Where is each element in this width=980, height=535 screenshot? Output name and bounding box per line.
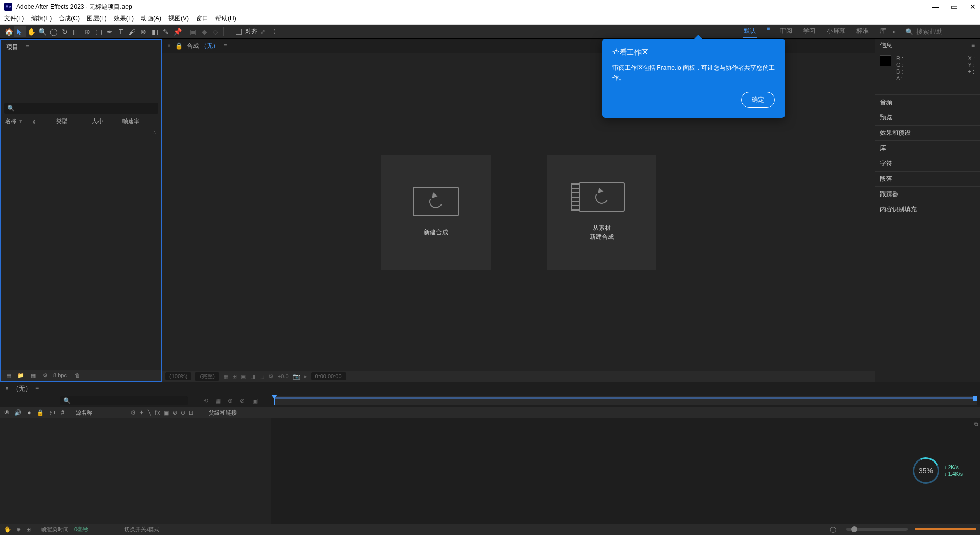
timeline-tab-close[interactable]: × xyxy=(5,385,9,392)
panel-tracker[interactable]: 跟踪器 xyxy=(875,187,980,202)
snap-icon[interactable]: ⤢ xyxy=(260,28,265,35)
panel-preview[interactable]: 预览 xyxy=(875,110,980,126)
zoom-out-icon[interactable]: — xyxy=(819,526,825,532)
zoom-dropdown[interactable]: (100%) xyxy=(165,372,191,380)
pen-tool[interactable]: ✒ xyxy=(104,26,115,37)
project-tab[interactable]: 项目 xyxy=(6,43,18,52)
menu-animation[interactable]: 动画(A) xyxy=(141,14,161,23)
timeline-layers[interactable] xyxy=(0,418,271,524)
timeline-nav-icon[interactable]: ⧉ xyxy=(974,421,978,427)
panel-paragraph[interactable]: 段落 xyxy=(875,172,980,187)
menu-help[interactable]: 帮助(H) xyxy=(215,14,236,23)
menu-window[interactable]: 窗口 xyxy=(196,14,208,23)
new-folder-icon[interactable]: 📁 xyxy=(16,371,26,379)
snap-checkbox[interactable] xyxy=(236,29,242,35)
workspace-library[interactable]: 库 xyxy=(879,25,887,38)
shape-tool[interactable]: ▢ xyxy=(93,26,104,37)
zoom-slider[interactable] xyxy=(846,528,908,531)
panel-content-aware[interactable]: 内容识别填充 xyxy=(875,202,980,217)
workspace-standard[interactable]: 标准 xyxy=(855,25,870,38)
lock-header-icon[interactable]: 🔒 xyxy=(37,409,44,416)
timecode-display[interactable]: 0:00:00:00 xyxy=(311,372,346,380)
clone-tool[interactable]: ⊛ xyxy=(138,26,149,37)
settings-icon[interactable]: ⚙ xyxy=(41,371,50,379)
work-area-end[interactable] xyxy=(973,396,977,401)
switch-mode-button[interactable]: 切换开关/模式 xyxy=(124,526,159,533)
viewer-icon-1[interactable]: ▦ xyxy=(223,373,228,380)
eraser-tool[interactable]: ◧ xyxy=(149,26,160,37)
rotate-tool[interactable]: ↻ xyxy=(59,26,70,37)
panel-effects[interactable]: 效果和预设 xyxy=(875,126,980,141)
info-panel-menu-icon[interactable]: ≡ xyxy=(971,42,975,49)
flowchart-icon[interactable]: ⛬ xyxy=(152,129,157,135)
column-name[interactable]: 名称 ▾ 🏷 xyxy=(5,117,46,125)
menu-view[interactable]: 视图(V) xyxy=(168,14,189,23)
viewer-icon-4[interactable]: ◨ xyxy=(250,373,255,380)
new-composition-card[interactable]: 新建合成 xyxy=(381,155,491,270)
panel-character[interactable]: 字符 xyxy=(875,156,980,172)
timeline-tracks[interactable]: ⧉ xyxy=(271,418,980,524)
home-tool[interactable]: 🏠 xyxy=(3,26,14,37)
new-comp-icon[interactable]: ▦ xyxy=(29,371,38,379)
tl-icon-5[interactable]: ▣ xyxy=(250,396,259,405)
viewer-icon-3[interactable]: ▣ xyxy=(241,373,246,380)
text-tool[interactable]: T xyxy=(115,26,127,37)
snap-icon-2[interactable]: ⛶ xyxy=(268,28,275,35)
resolution-dropdown[interactable]: (完整) xyxy=(195,372,218,381)
viewer-icon-5[interactable]: ⬚ xyxy=(259,373,264,380)
label-header-icon[interactable]: 🏷 xyxy=(48,409,55,416)
minimize-button[interactable]: — xyxy=(932,3,939,11)
menu-composition[interactable]: 合成(C) xyxy=(59,14,80,23)
tl-footer-icon-3[interactable]: ⊞ xyxy=(26,526,31,533)
comp-tab-close[interactable]: × xyxy=(167,42,171,50)
menu-layer[interactable]: 图层(L) xyxy=(87,14,107,23)
timeline-search[interactable]: 🔍 xyxy=(60,396,188,405)
column-size[interactable]: 大小 xyxy=(92,117,112,125)
menu-file[interactable]: 文件(F) xyxy=(4,14,24,23)
source-name-header[interactable]: 源名称 xyxy=(76,409,127,417)
snapshot-icon[interactable]: ▸ xyxy=(304,373,307,380)
panel-audio[interactable]: 音频 xyxy=(875,95,980,110)
zoom-knob-icon[interactable]: ◯ xyxy=(830,526,836,533)
eye-header-icon[interactable]: 👁 xyxy=(3,409,10,416)
new-composition-from-footage-card[interactable]: 从素材新建合成 xyxy=(547,155,656,270)
tl-icon-2[interactable]: ▦ xyxy=(213,396,223,405)
tl-icon-4[interactable]: ⊘ xyxy=(238,396,247,405)
trash-icon[interactable]: 🗑 xyxy=(73,371,82,379)
workspace-default[interactable]: 默认 xyxy=(743,25,757,38)
extra-tool-2[interactable]: ◆ xyxy=(199,26,210,37)
work-area-bar[interactable] xyxy=(274,397,975,399)
panel-menu-icon[interactable]: ≡ xyxy=(26,43,29,51)
zoom-tool[interactable]: 🔍 xyxy=(37,26,48,37)
timeline-menu-icon[interactable]: ≡ xyxy=(35,385,39,392)
playhead[interactable] xyxy=(274,396,275,405)
workspace-more[interactable]: » xyxy=(892,28,896,35)
pan-behind-tool[interactable]: ⊕ xyxy=(82,26,93,37)
project-list[interactable]: ⛬ xyxy=(1,127,161,370)
close-button[interactable]: ✕ xyxy=(970,3,976,11)
workspace-learn[interactable]: 学习 xyxy=(802,25,817,38)
column-type[interactable]: 类型 xyxy=(56,117,82,125)
num-header-icon[interactable]: # xyxy=(59,409,66,416)
bpc-label[interactable]: 8 bpc xyxy=(53,372,67,378)
selection-tool[interactable] xyxy=(14,26,26,37)
timeline-tab[interactable]: （无） xyxy=(13,384,31,393)
tl-icon-3[interactable]: ⊕ xyxy=(226,396,235,405)
project-search[interactable]: 🔍 xyxy=(4,103,158,114)
timeline-ruler[interactable] xyxy=(274,396,977,405)
hand-tool[interactable]: ✋ xyxy=(26,26,37,37)
comp-tab-label[interactable]: 合成 （无） xyxy=(187,42,219,51)
parent-header[interactable]: 父级和链接 xyxy=(209,409,237,417)
speaker-header-icon[interactable]: 🔊 xyxy=(14,409,21,416)
maximize-button[interactable]: ▭ xyxy=(951,3,958,11)
workspace-small[interactable]: 小屏幕 xyxy=(826,25,846,38)
menu-effect[interactable]: 效果(T) xyxy=(114,14,134,23)
menu-edit[interactable]: 编辑(E) xyxy=(31,14,52,23)
extra-tool-1[interactable]: ▣ xyxy=(187,26,199,37)
tl-footer-icon-2[interactable]: ⊕ xyxy=(16,526,21,533)
tl-footer-icon-1[interactable]: 🖐 xyxy=(4,526,11,533)
viewer-gear-icon[interactable]: ⚙ xyxy=(268,373,274,380)
workspace-menu-icon[interactable]: ≡ xyxy=(766,25,770,38)
popup-ok-button[interactable]: 确定 xyxy=(741,92,775,108)
puppet-tool[interactable]: 📌 xyxy=(172,26,183,37)
